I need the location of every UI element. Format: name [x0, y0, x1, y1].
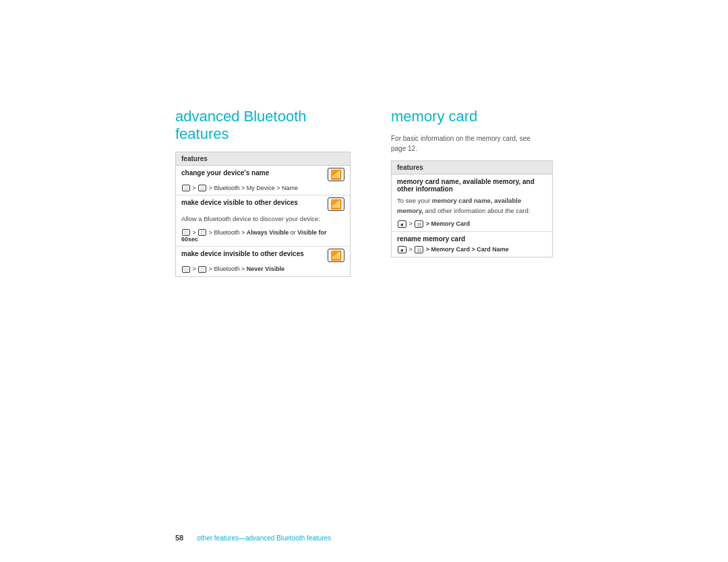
left-section: advanced Bluetooth features features cha… — [175, 108, 351, 493]
right-title: memory card — [391, 108, 553, 125]
nav-text-2c: or — [289, 229, 297, 236]
nav-icon-3a: □ — [182, 266, 190, 273]
bluetooth-icon-3: 📶 — [328, 249, 344, 262]
memory-nav-icon-2b: ☷ — [415, 246, 423, 253]
memory-nav-path-1: ◾ > ☷ > Memory Card — [392, 219, 552, 231]
page-footer: 58 other features—advanced Bluetooth fea… — [0, 534, 728, 562]
nav-text-3b: > Bluetooth > — [209, 266, 247, 272]
memory-feature-name-2: rename memory card — [392, 232, 552, 245]
feature-name-3: make device invisible to other devices 📶 — [176, 247, 350, 264]
page-number: 58 — [175, 534, 183, 542]
right-section: memory card For basic information on the… — [391, 108, 553, 493]
left-title: advanced Bluetooth features — [175, 108, 351, 144]
footer-text: other features—advanced Bluetooth featur… — [197, 534, 331, 542]
memory-feature-desc-1: To see your memory card name, available … — [392, 195, 552, 219]
table-row: make device visible to other devices 📶 A… — [176, 195, 351, 247]
memory-feature-name-1: memory card name, available memory, and … — [392, 175, 552, 195]
feature-name-2: make device visible to other devices 📶 — [176, 195, 350, 213]
feature-desc-2: Allow a Bluetooth device to discover you… — [176, 213, 350, 227]
table-row: change your device's name 📶 □ > □ > Blue… — [176, 165, 351, 195]
table-row: memory card name, available memory, and … — [392, 175, 553, 232]
nav-path-3: □ > □ > Bluetooth > Never Visible — [176, 264, 350, 276]
nav-icon-2b: □ — [198, 229, 206, 236]
memory-nav-icon-2a: ◾ — [398, 246, 406, 253]
feature-name-1: change your device's name 📶 — [176, 166, 350, 183]
memory-feature-table: features memory card name, available mem… — [391, 160, 553, 257]
nav-path-1: □ > □ > Bluetooth > My Device > Name — [176, 183, 350, 195]
page-container: advanced Bluetooth features features cha… — [0, 0, 728, 562]
nav-icon-1b: □ — [198, 185, 206, 191]
bluetooth-icon-2: 📶 — [328, 197, 344, 211]
nav-text-2a: > — [193, 229, 198, 236]
memory-nav-path-2: ◾ > ☷ > Memory Card > Card Name — [392, 245, 552, 257]
memory-nav-icon-1b: ☷ — [415, 220, 423, 228]
content-area: advanced Bluetooth features features cha… — [0, 0, 728, 534]
nav-icon-3b: □ — [198, 266, 206, 273]
nav-icon-2a: □ — [182, 229, 190, 236]
nav-icon-1a: □ — [182, 185, 190, 191]
memory-nav-icon-1a: ◾ — [398, 220, 406, 228]
bluetooth-feature-table: features change your device's name 📶 □ >… — [175, 152, 351, 277]
nav-text-1a: > — [193, 185, 198, 191]
memory-table-header: features — [392, 161, 553, 175]
nav-text-2b: > Bluetooth > — [209, 229, 247, 236]
nav-path-2: □ > □ > Bluetooth > Always Visible or Vi… — [176, 228, 350, 247]
bluetooth-icon-1: 📶 — [328, 168, 344, 181]
nav-text-1b: > Bluetooth > My Device > Name — [209, 185, 298, 191]
right-intro: For basic information on the memory card… — [391, 133, 553, 154]
nav-text-3a: > — [193, 266, 198, 272]
table-row: rename memory card ◾ > ☷ > Memory Card >… — [392, 232, 553, 257]
bluetooth-table-header: features — [176, 152, 351, 165]
table-row: make device invisible to other devices 📶… — [176, 247, 351, 277]
